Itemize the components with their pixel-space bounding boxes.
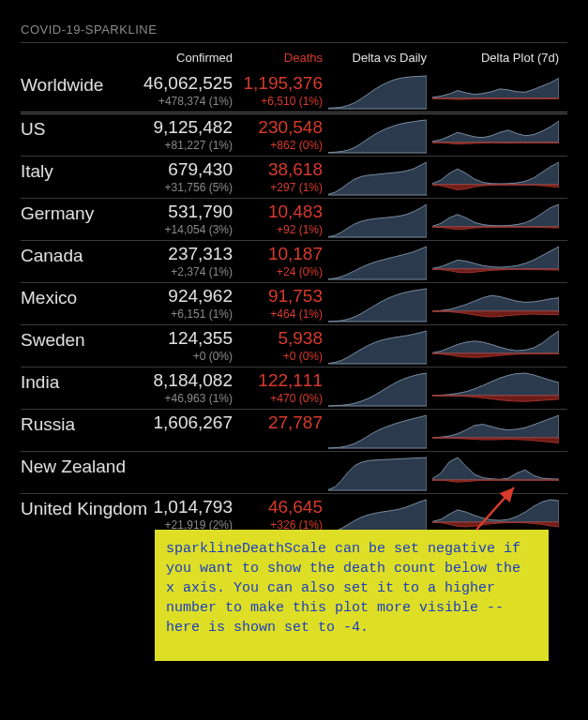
confirmed-value: 237,313 <box>139 245 233 263</box>
deaths-value: 1,195,376 <box>238 74 323 93</box>
confirmed-delta: +46,963 (1%) <box>139 392 233 405</box>
confirmed-value: 124,355 <box>139 329 233 348</box>
deaths-delta: +297 (1%) <box>238 181 323 194</box>
header-plot: Delta Plot (7d) <box>432 51 559 65</box>
confirmed-cell: 924,962 +6,151 (1%) <box>139 287 233 321</box>
delta-sparkline <box>432 498 559 533</box>
confirmed-value: 679,430 <box>139 160 233 179</box>
deaths-cell: 122,111 +470 (0%) <box>238 371 323 405</box>
table-row: Sweden124,355 +0 (0%)5,938 +0 (0%) <box>21 324 567 367</box>
confirmed-delta: +2,374 (1%) <box>139 265 233 278</box>
deaths-cell: 91,753 +464 (1%) <box>238 287 323 321</box>
cumulative-sparkline <box>328 74 427 110</box>
cumulative-sparkline <box>328 413 427 449</box>
cumulative-sparkline <box>328 371 427 407</box>
table-row: Russia1,606,267 27,787 <box>21 409 567 451</box>
country-name: Canada <box>21 245 133 266</box>
deaths-delta: +464 (1%) <box>238 308 323 321</box>
deaths-cell <box>238 456 323 458</box>
deaths-delta: +0 (0%) <box>238 350 323 363</box>
confirmed-cell: 1,606,267 <box>139 413 233 434</box>
confirmed-cell <box>139 456 233 458</box>
deaths-delta: +862 (0%) <box>238 139 323 152</box>
table-row: Germany531,790 +14,054 (3%)10,483 +92 (1… <box>21 198 567 240</box>
confirmed-value: 531,790 <box>139 202 233 221</box>
delta-sparkline <box>432 202 559 238</box>
deaths-value: 10,187 <box>238 245 323 263</box>
confirmed-delta: +0 (0%) <box>139 350 233 363</box>
country-name: India <box>21 371 133 393</box>
deaths-value: 27,787 <box>238 413 323 432</box>
header-deaths: Deaths <box>238 51 323 65</box>
table-row: New Zealand <box>21 451 567 493</box>
country-name: Germany <box>21 202 133 224</box>
confirmed-cell: 679,430 +31,756 (5%) <box>139 160 233 194</box>
deaths-value: 38,618 <box>238 160 323 179</box>
deaths-cell: 10,187 +24 (0%) <box>238 245 323 278</box>
delta-sparkline <box>432 245 559 280</box>
confirmed-value: 1,014,793 <box>139 498 233 517</box>
deaths-cell: 46,645 +326 (1%) <box>238 498 323 532</box>
deaths-delta: +92 (1%) <box>238 223 323 236</box>
cumulative-sparkline <box>328 456 427 491</box>
delta-sparkline <box>432 329 559 365</box>
confirmed-delta: +31,756 (5%) <box>139 181 233 194</box>
confirmed-cell: 124,355 +0 (0%) <box>139 329 233 363</box>
deaths-cell: 27,787 <box>238 413 323 434</box>
deaths-cell: 5,938 +0 (0%) <box>238 329 323 363</box>
confirmed-value: 9,125,482 <box>139 118 233 137</box>
table-row: Worldwide46,062,525 +478,374 (1%)1,195,3… <box>21 70 567 112</box>
delta-sparkline <box>432 413 559 449</box>
column-headers: Confirmed Deaths Delta vs Daily Delta Pl… <box>21 51 567 65</box>
delta-sparkline <box>432 74 559 110</box>
country-name: Russia <box>21 413 133 435</box>
cumulative-sparkline <box>328 245 427 280</box>
confirmed-delta: +14,054 (3%) <box>139 223 233 236</box>
table-row: Italy679,430 +31,756 (5%)38,618 +297 (1%… <box>21 156 567 198</box>
country-name: United Kingdom <box>21 498 133 519</box>
confirmed-value: 46,062,525 <box>139 74 233 93</box>
country-name: Worldwide <box>21 74 133 96</box>
deaths-value: 91,753 <box>238 287 323 306</box>
confirmed-delta: +81,227 (1%) <box>139 139 233 152</box>
delta-sparkline <box>432 287 559 322</box>
confirmed-value: 8,184,082 <box>139 371 233 390</box>
delta-sparkline <box>432 160 559 196</box>
table-row: India8,184,082 +46,963 (1%)122,111 +470 … <box>21 367 567 409</box>
deaths-delta: +6,510 (1%) <box>238 95 323 108</box>
deaths-delta: +470 (0%) <box>238 392 323 405</box>
deaths-value: 46,645 <box>238 498 323 517</box>
country-name: Sweden <box>21 329 133 351</box>
delta-sparkline <box>432 118 559 154</box>
cumulative-sparkline <box>328 287 427 322</box>
delta-sparkline <box>432 371 559 407</box>
confirmed-cell: 1,014,793 +21,919 (2%) <box>139 498 233 532</box>
cumulative-sparkline <box>328 202 427 238</box>
cumulative-sparkline <box>328 118 427 154</box>
deaths-cell: 10,483 +92 (1%) <box>238 202 323 236</box>
country-name: US <box>21 118 133 140</box>
table-row: Canada237,313 +2,374 (1%)10,187 +24 (0%) <box>21 240 567 282</box>
confirmed-delta: +6,151 (1%) <box>139 308 233 321</box>
confirmed-delta: +478,374 (1%) <box>139 95 233 108</box>
confirmed-value: 924,962 <box>139 287 233 306</box>
delta-sparkline <box>432 456 559 491</box>
country-name: New Zealand <box>21 456 133 477</box>
deaths-value: 10,483 <box>238 202 323 221</box>
confirmed-cell: 46,062,525 +478,374 (1%) <box>139 74 233 108</box>
deaths-cell: 230,548 +862 (0%) <box>238 118 323 152</box>
country-name: Italy <box>21 160 133 182</box>
cumulative-sparkline <box>328 160 427 196</box>
country-name: Mexico <box>21 287 133 308</box>
dashboard: COVID-19-SPARKLINE Confirmed Deaths Delt… <box>0 0 588 720</box>
divider <box>21 42 567 43</box>
deaths-value: 122,111 <box>238 371 323 390</box>
cumulative-sparkline <box>328 498 427 533</box>
confirmed-cell: 9,125,482 +81,227 (1%) <box>139 118 233 152</box>
header-delta: Delta vs Daily <box>328 51 427 65</box>
deaths-cell: 38,618 +297 (1%) <box>238 160 323 194</box>
confirmed-cell: 8,184,082 +46,963 (1%) <box>139 371 233 405</box>
deaths-value: 5,938 <box>238 329 323 348</box>
confirmed-cell: 531,790 +14,054 (3%) <box>139 202 233 236</box>
deaths-value: 230,548 <box>238 118 323 137</box>
